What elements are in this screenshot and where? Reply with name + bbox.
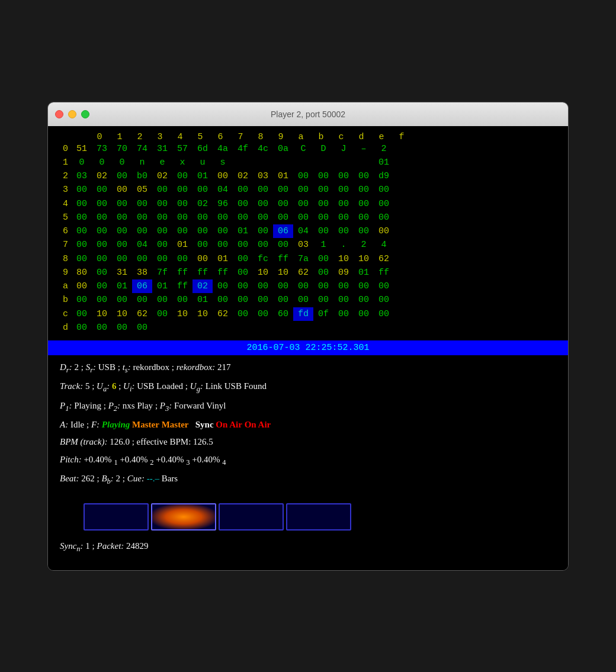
hex-cell-1-0: 0: [72, 156, 92, 169]
row-label-b: b: [54, 293, 68, 307]
hex-cell-0-4: 31: [152, 142, 172, 156]
row-label-5: 5: [54, 211, 68, 224]
cue-label: Cue:: [127, 474, 147, 483]
ua-value: 6: [112, 381, 117, 391]
hex-cell-8-6: 00: [192, 252, 213, 266]
hex-cell-2-15: d9: [374, 169, 394, 183]
hex-cell-4-12: 00: [313, 197, 333, 211]
beat-value: 262: [81, 474, 95, 483]
hex-cell-0-8: 4f: [233, 142, 253, 156]
hex-cell-b-13: 00: [333, 293, 354, 307]
hex-cell-b-3: 00: [132, 293, 152, 307]
hex-cell-9-12: 00: [313, 266, 333, 279]
minimize-button[interactable]: [68, 110, 76, 118]
col-6: 6: [210, 132, 230, 142]
hex-cell-7-13: .: [333, 238, 354, 252]
hex-cell-5-3: 00: [132, 211, 152, 224]
hex-cell-2-2: 00: [112, 169, 132, 183]
hex-cell-0-11: C: [293, 142, 313, 156]
hex-cell-2-0: 03: [72, 169, 92, 183]
row-label-a: a: [54, 279, 68, 293]
hex-cell-c-10: 60: [273, 307, 293, 321]
hex-cell-6-12: 00: [313, 224, 333, 238]
titlebar: Player 2, port 50002: [48, 102, 568, 126]
hex-cell-a-9: 00: [253, 279, 273, 293]
rekordbox-label: rekordbox:: [177, 362, 217, 372]
hex-cell-6-5: 00: [172, 224, 192, 238]
hex-cell-2-8: 02: [233, 169, 253, 183]
hex-row-b: b00000000000001000000000000000000: [54, 293, 562, 307]
hex-cell-4-14: 00: [354, 197, 374, 211]
hex-cell-8-1: 00: [92, 252, 112, 266]
bpm-label: BPM (track):: [60, 437, 110, 446]
hex-cell-8-11: 7a: [293, 252, 313, 266]
hex-cell-8-7: 01: [213, 252, 233, 266]
ui-label: Ui:: [123, 381, 137, 391]
hex-cell-a-7: 00: [213, 279, 233, 293]
hex-cell-9-15: ff: [374, 266, 394, 279]
hex-cell-6-6: 00: [192, 224, 213, 238]
hex-cell-8-4: 00: [152, 252, 172, 266]
hex-cell-a-2: 01: [112, 279, 132, 293]
hex-cell-8-2: 00: [112, 252, 132, 266]
info-line-5: BPM (track): 126.0 ; effective BPM: 126.…: [60, 435, 556, 450]
hex-cell-b-12: 00: [313, 293, 333, 307]
f-label: F:: [91, 420, 102, 429]
ui-value: USB Loaded: [137, 381, 183, 391]
col-b: b: [311, 132, 331, 142]
info-line-1: Dr: 2 ; Sr: USB ; ts: rekordbox ; rekord…: [60, 360, 556, 377]
hex-cell-c-15: 00: [374, 307, 394, 321]
hex-cell-6-13: 00: [333, 224, 354, 238]
hex-cell-b-15: 00: [374, 293, 394, 307]
hex-cell-9-6: ff: [192, 266, 213, 279]
info-line-3: P1: Playing ; P2: nxs Play ; P3: Forward…: [60, 398, 556, 415]
hex-cell-3-12: 00: [313, 183, 333, 197]
hex-cell-a-0: 00: [72, 279, 92, 293]
info-area: Dr: 2 ; Sr: USB ; ts: rekordbox ; rekord…: [48, 355, 568, 500]
hex-cell-c-6: 10: [192, 307, 213, 321]
info-line-2: Track: 5 ; Ua: 6 ; Ui: USB Loaded ; Ug: …: [60, 379, 556, 396]
row-label-2: 2: [54, 169, 68, 183]
hex-cell-6-8: 01: [233, 224, 253, 238]
hex-cell-3-4: 00: [152, 183, 172, 197]
hex-cell-4-11: 00: [293, 197, 313, 211]
hex-cell-2-11: 00: [293, 169, 313, 183]
hex-row-5: 500000000000000000000000000000000: [54, 211, 562, 224]
hex-cell-6-0: 00: [72, 224, 92, 238]
hex-cell-8-5: 00: [172, 252, 192, 266]
traffic-lights: [55, 110, 89, 118]
hex-cell-3-7: 04: [213, 183, 233, 197]
hex-cell-6-1: 00: [92, 224, 112, 238]
packet-label: Packet:: [97, 541, 127, 551]
row-label-9: 9: [54, 266, 68, 279]
hex-row-9: 9800031387fffffff00101062000901ff: [54, 266, 562, 279]
maximize-button[interactable]: [81, 110, 89, 118]
close-button[interactable]: [55, 110, 63, 118]
col-7: 7: [230, 132, 251, 142]
hex-cell-4-5: 00: [172, 197, 192, 211]
hex-cell-9-11: 62: [293, 266, 313, 279]
hex-cell-2-7: 00: [213, 169, 233, 183]
p1-value: Playing: [74, 401, 101, 410]
hex-cell-5-11: 00: [293, 211, 313, 224]
row-label-0: 0: [54, 142, 68, 156]
hex-cell-5-7: 00: [213, 211, 233, 224]
pitch3: +0.40%: [156, 455, 184, 464]
row-label-7: 7: [54, 238, 68, 252]
hex-row-d: d00000000: [54, 321, 562, 335]
hex-cell-8-9: fc: [253, 252, 273, 266]
hex-cell-5-15: 00: [374, 211, 394, 224]
hex-row-0: 05173707431576d4a4f4c0aCDJ–2: [54, 142, 562, 156]
hex-cell-5-4: 00: [152, 211, 172, 224]
bpm-effective-value: 126.5: [193, 437, 213, 446]
hex-cell-d-3: 00: [132, 321, 152, 335]
hex-cell-5-13: 00: [333, 211, 354, 224]
hex-cell-2-6: 01: [192, 169, 213, 183]
hex-cell-6-3: 00: [132, 224, 152, 238]
hex-cell-3-11: 00: [293, 183, 313, 197]
master-text: Master: [162, 420, 189, 429]
hex-cell-7-10: 00: [273, 238, 293, 252]
main-window: Player 2, port 50002 0 1 2 3 4 5 6 7 8 9…: [47, 102, 569, 571]
hex-cell-b-10: 00: [273, 293, 293, 307]
hex-cell-a-11: 00: [293, 279, 313, 293]
